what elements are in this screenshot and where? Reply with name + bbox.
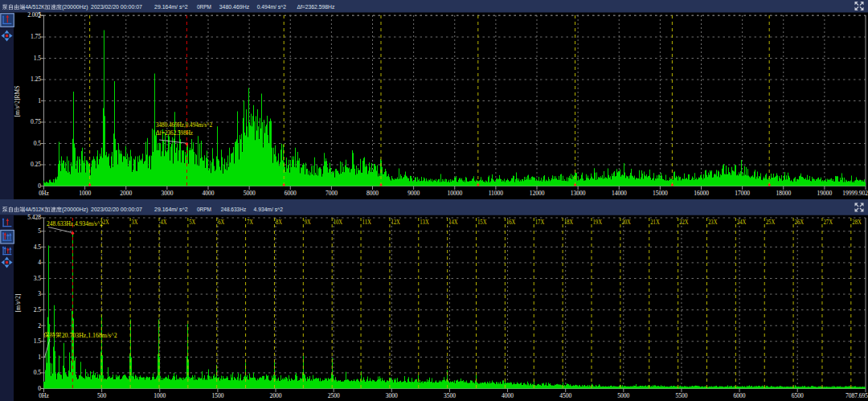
svg-text:4A/512K: 4A/512K <box>25 206 44 213</box>
svg-text:6000: 6000 <box>734 392 746 399</box>
svg-text:2.005: 2.005 <box>27 11 41 18</box>
svg-text:0: 0 <box>38 385 41 392</box>
svg-text:Δf=2362.598Hz: Δf=2362.598Hz <box>156 129 194 137</box>
svg-text:9000: 9000 <box>407 190 420 197</box>
svg-text:1.5: 1.5 <box>34 55 42 62</box>
svg-text:4000: 4000 <box>502 392 514 399</box>
svg-text:1.75: 1.75 <box>31 33 41 40</box>
svg-text:0Hz: 0Hz <box>39 190 49 197</box>
svg-text:2023/02/20 00:00:07: 2023/02/20 00:00:07 <box>91 206 142 213</box>
svg-text:0.75: 0.75 <box>31 118 41 125</box>
svg-text:4: 4 <box>38 259 41 266</box>
svg-text:17X: 17X <box>535 219 545 226</box>
svg-text:0Hz: 0Hz <box>39 392 49 399</box>
svg-text:27X: 27X <box>823 219 833 226</box>
svg-text:2023/02/20 00:00:07: 2023/02/20 00:00:07 <box>91 3 142 10</box>
svg-text:19999.902: 19999.902 <box>842 190 868 197</box>
svg-text:3500: 3500 <box>444 392 456 399</box>
svg-text:5500: 5500 <box>675 392 687 399</box>
svg-text:15000: 15000 <box>653 190 668 197</box>
svg-text:(20000Hz): (20000Hz) <box>62 206 88 213</box>
svg-text:4.934m/ s^2: 4.934m/ s^2 <box>254 206 283 213</box>
svg-text:0.25: 0.25 <box>31 161 41 168</box>
svg-text:7X: 7X <box>247 219 254 226</box>
svg-text:1: 1 <box>38 97 41 104</box>
svg-text:0RPM: 0RPM <box>197 206 211 213</box>
svg-text:5X: 5X <box>189 219 196 226</box>
svg-text:14X: 14X <box>448 219 458 226</box>
svg-text:15X: 15X <box>477 219 487 226</box>
svg-text:3: 3 <box>38 290 41 297</box>
svg-text:14000: 14000 <box>612 190 627 197</box>
svg-text:3X: 3X <box>132 219 139 226</box>
svg-text:2: 2 <box>38 322 41 329</box>
svg-text:12X: 12X <box>391 219 400 226</box>
svg-text:5000: 5000 <box>617 392 629 399</box>
svg-text:3000: 3000 <box>161 190 173 197</box>
svg-text:1000: 1000 <box>154 392 166 399</box>
svg-text:2000: 2000 <box>120 190 132 197</box>
svg-text:5000: 5000 <box>244 190 256 197</box>
svg-text:16000: 16000 <box>694 190 709 197</box>
svg-text:7087.695: 7087.695 <box>845 392 868 399</box>
svg-text:3480.469Hz,0.494m/s^2: 3480.469Hz,0.494m/s^2 <box>156 121 212 129</box>
svg-text:6000: 6000 <box>285 190 297 197</box>
svg-text:18X: 18X <box>564 219 574 226</box>
svg-text:3.5: 3.5 <box>34 275 42 282</box>
svg-text:16X: 16X <box>506 219 516 226</box>
svg-text:Δf=2362.598Hz: Δf=2362.598Hz <box>297 3 334 10</box>
svg-text:1000: 1000 <box>79 190 91 197</box>
svg-text:2.5: 2.5 <box>34 306 42 313</box>
svg-text:13000: 13000 <box>571 190 586 197</box>
svg-text:18000: 18000 <box>776 190 791 197</box>
svg-text:11000: 11000 <box>489 190 504 197</box>
svg-text:1.5: 1.5 <box>34 338 42 345</box>
svg-text:8000: 8000 <box>366 190 379 197</box>
svg-text:6500: 6500 <box>792 392 804 399</box>
svg-text:8X: 8X <box>276 219 283 226</box>
svg-text:24X: 24X <box>737 219 747 226</box>
svg-text:4000: 4000 <box>203 190 215 197</box>
svg-text:13X: 13X <box>420 219 429 226</box>
svg-text:1: 1 <box>38 354 41 361</box>
svg-text:20X: 20X <box>621 219 631 226</box>
svg-text:3480.469Hz: 3480.469Hz <box>219 3 250 10</box>
svg-text:11X: 11X <box>362 219 372 226</box>
svg-text:2000: 2000 <box>270 392 282 399</box>
svg-text:19X: 19X <box>593 219 603 226</box>
svg-text:12000: 12000 <box>530 190 545 197</box>
svg-text:29.164m/ s^2: 29.164m/ s^2 <box>154 206 187 213</box>
svg-text:248.633Hz,4.934m/s^2: 248.633Hz,4.934m/s^2 <box>47 220 103 227</box>
svg-text:28X: 28X <box>852 219 862 226</box>
svg-text:17000: 17000 <box>735 190 750 197</box>
svg-text:10X: 10X <box>334 219 343 226</box>
svg-text:10000: 10000 <box>447 190 462 197</box>
svg-text:3000: 3000 <box>386 392 398 399</box>
svg-text:5.428: 5.428 <box>27 214 41 221</box>
svg-text:26X: 26X <box>795 219 805 226</box>
svg-text:2500: 2500 <box>328 392 340 399</box>
svg-text:29.164m/ s^2: 29.164m/ s^2 <box>154 3 187 10</box>
svg-text:0: 0 <box>38 182 41 190</box>
svg-text:1.25: 1.25 <box>31 76 41 83</box>
svg-text:6X: 6X <box>218 219 225 226</box>
svg-text:25X: 25X <box>766 219 776 226</box>
svg-text:2X: 2X <box>103 219 110 226</box>
svg-text:[m/s^2]: [m/s^2] <box>14 293 22 312</box>
svg-text:500: 500 <box>97 392 107 399</box>
svg-text:20.703Hz,1.168m/s^2: 20.703Hz,1.168m/s^2 <box>62 332 117 339</box>
svg-text:[m/s^2]RMS: [m/s^2]RMS <box>14 86 21 117</box>
svg-text:5: 5 <box>38 227 41 235</box>
svg-text:0.5: 0.5 <box>34 369 42 376</box>
svg-text:0RPM: 0RPM <box>197 3 211 10</box>
svg-text:23X: 23X <box>708 219 718 226</box>
svg-text:9X: 9X <box>305 219 312 226</box>
svg-text:4A/512K: 4A/512K <box>25 3 44 10</box>
svg-text:22X: 22X <box>679 219 689 226</box>
svg-text:248.633Hz: 248.633Hz <box>221 206 247 213</box>
svg-text:4500: 4500 <box>559 392 571 399</box>
svg-text:1500: 1500 <box>211 392 223 399</box>
svg-text:21X: 21X <box>650 219 660 226</box>
svg-text:19000: 19000 <box>817 190 833 197</box>
svg-text:0.494m/ s^2: 0.494m/ s^2 <box>257 3 286 10</box>
